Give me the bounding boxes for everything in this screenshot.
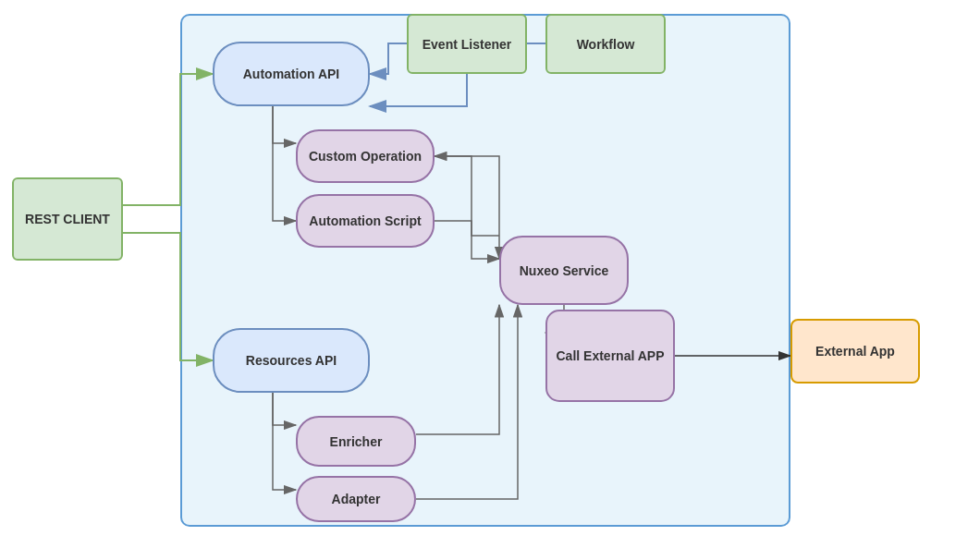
enricher-node: Enricher (296, 416, 416, 467)
automation-script-label: Automation Script (309, 213, 421, 228)
custom-operation-label: Custom Operation (309, 149, 422, 164)
custom-operation-node: Custom Operation (296, 129, 435, 183)
automation-script-node: Automation Script (296, 194, 435, 248)
workflow-label: Workflow (577, 37, 635, 52)
resources-api-label: Resources API (246, 353, 337, 368)
adapter-node: Adapter (296, 476, 416, 522)
external-app-node: External App (790, 319, 920, 384)
external-app-label: External App (815, 344, 895, 359)
automation-api-node: Automation API (213, 42, 370, 106)
rest-client-node: REST CLIENT (12, 177, 123, 261)
call-external-node: Call External APP (545, 310, 675, 402)
rest-client-label: REST CLIENT (25, 212, 110, 226)
adapter-label: Adapter (332, 492, 381, 506)
event-listener-label: Event Listener (423, 37, 511, 52)
event-listener-node: Event Listener (407, 14, 527, 74)
workflow-node: Workflow (545, 14, 666, 74)
nuxeo-service-node: Nuxeo Service (499, 236, 629, 305)
resources-api-node: Resources API (213, 328, 370, 393)
call-external-label: Call External APP (557, 348, 665, 363)
diagram: REST CLIENT Automation API Event Listene… (0, 0, 980, 548)
automation-api-label: Automation API (243, 67, 339, 81)
nuxeo-service-label: Nuxeo Service (520, 263, 609, 278)
enricher-label: Enricher (330, 434, 383, 449)
